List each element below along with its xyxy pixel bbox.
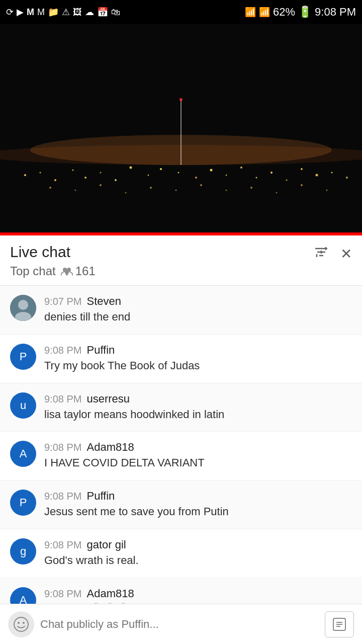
chat-message: u 9:08 PM userresu lisa taylor means hoo… — [0, 383, 362, 432]
svg-point-26 — [75, 190, 76, 191]
status-bar: ⟳ ▶ M M 📁 ⚠ 🖼 ☁ 📅 🛍 📶 📶 62% 🔋 9:08 PM — [0, 0, 362, 24]
svg-point-35 — [301, 184, 303, 186]
send-button[interactable] — [325, 611, 354, 637]
message-content: 9:07 PM Steven denies till the end — [44, 295, 352, 325]
svg-point-16 — [226, 175, 227, 176]
svg-point-18 — [256, 177, 257, 179]
svg-point-34 — [276, 192, 278, 194]
svg-point-20 — [286, 180, 288, 181]
message-text: I HAVE COVID DELTA VARIANT — [44, 455, 352, 471]
viewers-icon — [61, 266, 73, 276]
message-author: userresu — [86, 392, 130, 406]
svg-point-52 — [23, 622, 25, 624]
battery-text: 62% — [273, 6, 295, 19]
svg-point-51 — [18, 622, 20, 624]
chat-input-field[interactable] — [40, 618, 319, 631]
svg-point-28 — [125, 192, 127, 194]
chat-message: g 9:08 PM gator gil God's wrath is real. — [0, 529, 362, 578]
svg-point-9 — [115, 179, 117, 181]
viewer-count-value: 161 — [75, 264, 96, 278]
chat-header: Live chat ✕ Top chat — [0, 235, 362, 286]
status-icons-left: ⟳ ▶ M M 📁 ⚠ 🖼 ☁ 📅 🛍 — [6, 7, 120, 18]
close-icon[interactable]: ✕ — [340, 246, 352, 262]
sync-icon: ⟳ — [6, 7, 14, 18]
calendar-icon: 📅 — [97, 7, 108, 18]
message-meta: 9:08 PM gator gil — [44, 538, 352, 551]
chat-input-bar — [0, 604, 362, 644]
viewer-count: 161 — [61, 264, 96, 278]
message-content: 9:08 PM Puffin Try my book The Book of J… — [44, 344, 352, 374]
avatar: A — [10, 441, 36, 467]
message-meta: 9:08 PM Puffin — [44, 490, 352, 503]
message-time: 9:08 PM — [44, 345, 81, 356]
svg-point-11 — [148, 175, 149, 176]
chat-message: P 9:08 PM Puffin Try my book The Book of… — [0, 335, 362, 383]
chat-message: A 9:08 PM Adam818 I HAVE COVID DELTA VAR… — [0, 432, 362, 480]
svg-point-27 — [100, 184, 102, 186]
video-player[interactable] — [0, 24, 362, 235]
emoji-button[interactable] — [8, 611, 34, 637]
message-meta: 9:08 PM Adam818 — [44, 587, 352, 600]
svg-point-21 — [301, 168, 303, 170]
svg-point-14 — [195, 177, 197, 179]
message-content: 9:08 PM gator gil God's wrath is real. — [44, 538, 352, 569]
message-text: Try my book The Book of Judas — [44, 358, 352, 374]
message-meta: 9:07 PM Steven — [44, 295, 352, 308]
svg-point-10 — [130, 167, 132, 169]
message-text: God's wrath is real. — [44, 553, 352, 569]
files-icon: 📁 — [48, 7, 59, 18]
svg-point-4 — [40, 172, 41, 174]
bag-icon: 🛍 — [111, 7, 120, 18]
alert-icon: ⚠ — [62, 7, 70, 18]
chat-messages-list: 9:07 PM Steven denies till the end P 9:0… — [0, 286, 362, 642]
message-author: Puffin — [86, 344, 115, 357]
clock: 9:08 PM — [315, 6, 356, 19]
svg-point-22 — [316, 174, 318, 177]
message-time: 9:08 PM — [44, 442, 81, 453]
svg-point-13 — [178, 172, 179, 174]
avatar: u — [10, 392, 36, 419]
image-icon: 🖼 — [73, 7, 82, 18]
svg-point-38 — [179, 98, 183, 101]
message-meta: 9:08 PM userresu — [44, 392, 352, 406]
chat-subtitle: Top chat 161 — [10, 264, 352, 285]
message-content: 9:08 PM userresu lisa taylor means hoodw… — [44, 392, 352, 423]
mail-icon: M — [27, 7, 34, 18]
svg-point-15 — [210, 169, 213, 172]
chat-title: Live chat — [10, 244, 70, 261]
message-text: lisa taylor means hoodwinked in latin — [44, 407, 352, 423]
mastodon-icon: M — [37, 7, 45, 18]
message-time: 9:08 PM — [44, 393, 81, 405]
emoji-icon — [13, 616, 29, 632]
message-author: Puffin — [86, 490, 115, 503]
svg-point-29 — [150, 187, 152, 189]
message-time: 9:07 PM — [44, 296, 81, 307]
message-time: 9:08 PM — [44, 588, 81, 600]
progress-bar[interactable] — [0, 232, 362, 235]
youtube-icon: ▶ — [17, 7, 24, 18]
message-text: Jesus sent me to save you from Putin — [44, 504, 352, 520]
svg-point-36 — [326, 190, 328, 191]
message-author: gator gil — [86, 538, 126, 551]
video-content — [0, 24, 362, 235]
svg-point-3 — [24, 174, 26, 176]
city-lights-svg — [0, 24, 362, 235]
svg-point-7 — [84, 177, 86, 179]
message-text: denies till the end — [44, 309, 352, 325]
signal-icon: 📶 — [259, 7, 270, 18]
svg-point-50 — [14, 617, 28, 631]
svg-point-33 — [250, 187, 252, 189]
chat-mode-label: Top chat — [10, 264, 56, 278]
svg-point-30 — [175, 190, 177, 191]
status-info-right: 📶 📶 62% 🔋 9:08 PM — [245, 6, 356, 19]
message-time: 9:08 PM — [44, 491, 81, 502]
svg-point-6 — [72, 170, 74, 171]
chat-message: P 9:08 PM Puffin Jesus sent me to save y… — [0, 480, 362, 529]
svg-point-48 — [18, 300, 28, 310]
message-author: Adam818 — [86, 587, 134, 600]
chat-header-top: Live chat ✕ — [10, 244, 352, 262]
avatar: P — [10, 490, 36, 516]
wifi-icon: 📶 — [245, 7, 256, 18]
send-icon — [332, 617, 346, 631]
filter-icon[interactable] — [314, 246, 328, 262]
